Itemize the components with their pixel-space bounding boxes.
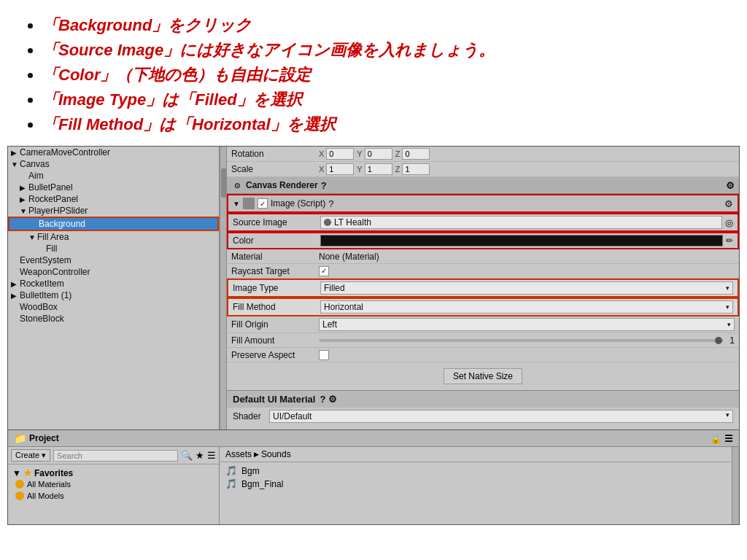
image-script-header: ▼ ✓ Image (Script) ? ⚙ [227,194,739,213]
assets-scrollbar[interactable] [732,447,739,524]
default-ui-gear-icon[interactable]: ⚙ [328,394,337,405]
hierarchy-item-10[interactable]: WeaponController [8,266,219,278]
hierarchy-item-13[interactable]: WoodBox [8,301,219,313]
rotation-y-group: Y [357,148,392,160]
hierarchy-item-9[interactable]: EventSystem [8,254,219,266]
color-value-container[interactable] [320,235,723,246]
rotation-z-label: Z [395,149,400,158]
hierarchy-scroll[interactable]: ▶CameraMoveController▼CanvasAim▶BulletPa… [8,147,219,429]
rotation-label: Rotation [231,149,319,159]
image-script-help-icon[interactable]: ? [328,198,333,209]
project-search-input[interactable] [53,450,178,462]
scale-y-label: Y [357,165,362,174]
hierarchy-label-0: CameraMoveController [20,147,110,158]
asset-item-0[interactable]: 🎵 Bgm [225,465,726,476]
default-ui-help-icon[interactable]: ? [320,394,325,405]
preserve-aspect-checkbox[interactable] [319,350,329,360]
hierarchy-arrow-11: ▶ [11,280,18,288]
project-header: 📁 Project 🔒 ☰ [8,430,739,447]
project-lock-icon[interactable]: 🔒 [710,433,721,444]
raycast-target-checkbox[interactable]: ✓ [319,266,329,276]
fill-amount-slider[interactable] [319,339,724,342]
native-size-container: Set Native Size [227,362,739,390]
asset-folder-icon-1: 🎵 [225,478,237,489]
image-type-arrow-icon: ▾ [726,284,729,292]
hierarchy-scrollbar[interactable] [220,147,227,429]
scale-x-input[interactable] [326,163,354,175]
favorites-star-icon: ★ [23,467,32,478]
raycast-target-label: Raycast Target [231,266,319,276]
color-row: Color ✏ [227,232,739,249]
instruction-text-1: 「Background」をクリック [42,16,252,34]
hierarchy-item-0[interactable]: ▶CameraMoveController [8,147,219,158]
hierarchy-arrow-1: ▼ [11,160,18,168]
hierarchy-item-5[interactable]: ▼PlayerHPSlider [8,205,219,217]
assets-path: Assets ▶ Sounds [220,447,732,462]
hierarchy-item-8[interactable]: Fill [8,243,219,254]
hierarchy-item-4[interactable]: ▶RocketPanel [8,193,219,205]
rotation-z-group: Z [395,148,430,160]
hierarchy-label-10: WeaponController [20,267,90,277]
sounds-label: Sounds [261,449,291,459]
image-type-dropdown[interactable]: Filled ▾ [320,281,733,295]
instruction-text-3: 「Color」（下地の色）も自由に設定 [42,66,311,84]
material-label: Material [231,252,319,262]
image-type-value: Filled [324,283,345,293]
hierarchy-label-14: StoneBlock [20,314,64,324]
unity-editor: ▶CameraMoveController▼CanvasAim▶BulletPa… [7,146,740,430]
project-left: Create ▾ 🔍 ★ ☰ ▼ ★ Favorites All Materia… [8,447,220,524]
rotation-x-input[interactable] [326,148,354,160]
fill-origin-dropdown[interactable]: Left ▾ [319,318,735,331]
hierarchy-scroll-thumb [221,168,227,198]
rotation-x-group: X [319,148,354,160]
canvas-renderer-gear-icon[interactable]: ⚙ [726,180,735,191]
fav-item-0[interactable]: All Materials [12,478,214,490]
scale-value: X Y Z [319,163,735,175]
scale-z-input[interactable] [402,163,430,175]
canvas-renderer-help-icon[interactable]: ? [321,180,327,191]
hierarchy-item-12[interactable]: ▶BulletItem (1) [8,289,219,301]
instruction-item-3: 「Color」（下地の色）も自由に設定 [42,63,725,88]
hierarchy-arrow-0: ▶ [11,149,18,157]
hierarchy-arrow-7: ▼ [28,233,36,241]
image-script-gear-icon[interactable]: ⚙ [724,198,733,209]
fav-item-1[interactable]: All Models [12,490,214,502]
rotation-y-input[interactable] [365,148,392,160]
color-edit-icon[interactable]: ✏ [726,236,733,246]
hierarchy-item-7[interactable]: ▼Fill Area [8,231,219,243]
favorites-label: Favorites [34,468,73,478]
shader-dropdown[interactable]: UI/Default ▾ [269,410,733,423]
raycast-target-row: Raycast Target ✓ [227,264,739,279]
fill-method-dropdown[interactable]: Horizontal ▾ [320,300,733,314]
scale-y-input[interactable] [365,163,392,175]
canvas-renderer-icon: ⊙ [231,179,243,191]
hierarchy-item-14[interactable]: StoneBlock [8,313,219,324]
hierarchy-item-1[interactable]: ▼Canvas [8,158,219,170]
rotation-y-label: Y [357,149,362,158]
hierarchy-item-3[interactable]: ▶BulletPanel [8,182,219,193]
hierarchy-item-6[interactable]: Background [8,217,219,231]
project-filter-icon[interactable]: ★ [196,450,204,461]
hierarchy-label-4: RocketPanel [28,194,78,204]
hierarchy-panel: ▶CameraMoveController▼CanvasAim▶BulletPa… [8,147,220,429]
fill-amount-value: 1 [729,335,735,346]
fav-item-label-0: All Materials [27,480,71,489]
project-sort-icon[interactable]: ☰ [207,450,216,461]
source-image-label: Source Image [233,217,320,228]
shader-label: Shader [233,411,269,421]
native-size-button[interactable]: Set Native Size [444,368,522,384]
favorites-section: ▼ ★ Favorites All Materials All Models [8,464,219,505]
project-right: Assets ▶ Sounds 🎵 Bgm 🎵 Bgm_Final [220,447,732,524]
source-image-target-icon[interactable]: ◎ [725,217,733,228]
rotation-z-input[interactable] [402,148,430,160]
image-script-checkbox[interactable]: ✓ [258,198,268,209]
hierarchy-item-2[interactable]: Aim [8,170,219,182]
source-image-value-container[interactable]: LT Health [320,216,722,229]
project-menu-icon[interactable]: ☰ [724,433,733,444]
fill-method-label: Fill Method [233,302,320,312]
hierarchy-item-11[interactable]: ▶RocketItem [8,278,219,289]
asset-item-1[interactable]: 🎵 Bgm_Final [225,478,726,489]
create-button[interactable]: Create ▾ [11,449,50,462]
color-rect[interactable] [320,235,723,246]
project-search-icon[interactable]: 🔍 [181,450,193,461]
